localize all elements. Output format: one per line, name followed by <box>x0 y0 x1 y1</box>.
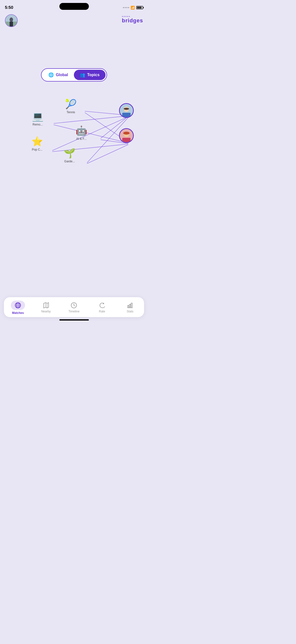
tab-timeline[interactable]: Timeline <box>66 302 81 313</box>
svg-line-10 <box>52 117 128 150</box>
person-node-1[interactable] <box>119 103 134 118</box>
tab-rate[interactable]: Rate <box>95 302 109 313</box>
topic-remote[interactable]: 💻 Remo... <box>32 111 43 126</box>
matches-label: Matches <box>12 311 24 315</box>
svg-marker-27 <box>44 302 49 308</box>
svg-point-21 <box>123 132 130 134</box>
topic-popculture[interactable]: ⭐ Pop C... <box>31 136 43 151</box>
garden-emoji: 🌱 <box>64 148 75 159</box>
nearby-icon-wrapper <box>43 302 49 308</box>
user-avatar[interactable] <box>5 14 18 27</box>
svg-line-7 <box>54 125 128 143</box>
logo-dots <box>122 16 130 17</box>
svg-rect-3 <box>9 22 13 26</box>
home-indicator <box>59 319 89 320</box>
globe-icon: 🌐 <box>48 72 54 78</box>
matches-icon-wrapper <box>11 301 25 310</box>
person-avatar-2 <box>120 129 133 142</box>
header: bridges <box>0 12 148 29</box>
toggle-group: 🌐 Global 👥 Topics <box>41 68 107 82</box>
svg-rect-20 <box>122 138 131 142</box>
svg-point-2 <box>9 18 13 22</box>
global-toggle[interactable]: 🌐 Global <box>42 70 74 80</box>
avatar-image <box>5 15 17 26</box>
person-node-2[interactable] <box>119 128 134 143</box>
dynamic-island <box>59 3 89 10</box>
timeline-clock-icon <box>71 302 77 308</box>
tab-matches[interactable]: Matches <box>10 301 25 315</box>
popculture-emoji: ⭐ <box>31 136 43 147</box>
timeline-label: Timeline <box>68 310 79 313</box>
nearby-label: Nearby <box>41 310 51 313</box>
tennis-emoji: 🎾 <box>65 99 77 110</box>
tab-stats[interactable]: Stats <box>123 302 137 313</box>
svg-rect-35 <box>131 303 132 308</box>
svg-line-32 <box>74 305 75 306</box>
matches-globe-icon <box>15 302 21 308</box>
svg-point-17 <box>124 108 129 110</box>
stats-label: Stats <box>127 310 133 313</box>
status-icons: 📶 <box>123 6 143 10</box>
status-time: 5:50 <box>5 5 13 10</box>
signal-icon <box>123 7 129 8</box>
stats-bars-icon <box>127 302 133 308</box>
tab-bar: Matches Nearby Timeline <box>4 297 144 317</box>
app-logo: bridges <box>122 18 143 24</box>
ai-emoji: 🤖 <box>76 125 87 136</box>
rate-icon-wrapper <box>99 302 105 308</box>
topic-garden[interactable]: 🌱 Garde... <box>64 148 75 163</box>
tab-nearby[interactable]: Nearby <box>38 302 53 313</box>
svg-rect-16 <box>122 113 131 117</box>
status-bar: 5:50 📶 <box>0 0 148 12</box>
people-icon: 👥 <box>80 72 85 78</box>
person-avatar-1 <box>120 104 133 117</box>
topic-ai[interactable]: 🤖 AI & F... <box>76 125 87 140</box>
rate-label: Rate <box>99 310 105 313</box>
svg-rect-34 <box>129 304 131 308</box>
view-toggle: 🌐 Global 👥 Topics <box>0 68 148 82</box>
wifi-icon: 📶 <box>131 6 135 10</box>
nearby-map-icon <box>43 302 49 308</box>
topic-tennis[interactable]: 🎾 Tennis <box>65 99 77 114</box>
topics-toggle[interactable]: 👥 Topics <box>74 70 105 80</box>
rate-refresh-icon <box>99 302 105 308</box>
svg-rect-33 <box>128 306 129 308</box>
network-graph: 🎾 Tennis 💻 Remo... 🤖 AI & F... ⭐ Pop C..… <box>0 96 148 200</box>
timeline-icon-wrapper <box>71 302 77 308</box>
remote-emoji: 💻 <box>32 111 43 122</box>
stats-icon-wrapper <box>127 302 133 308</box>
battery-icon <box>136 6 143 9</box>
